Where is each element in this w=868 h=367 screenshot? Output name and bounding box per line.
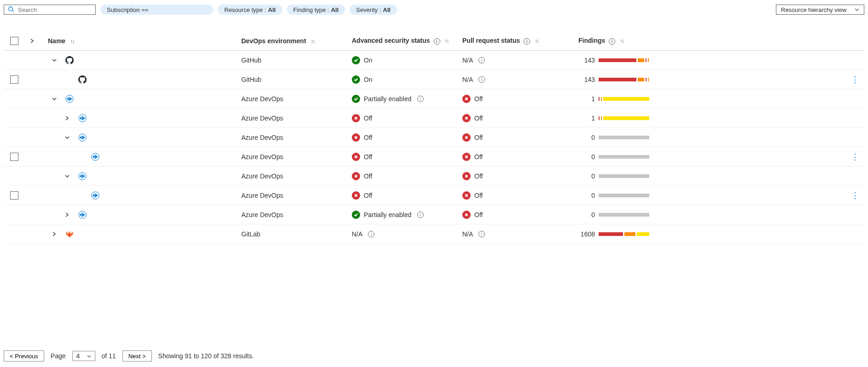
adv-sec-cell-text: Off [364, 172, 372, 180]
table-row[interactable]: Azure DevOpsOffOff0 [4, 166, 864, 186]
row-expander[interactable] [61, 212, 74, 218]
pr-status-cell: N/Ai [462, 57, 578, 64]
filter-severity[interactable]: Severity : All [350, 5, 397, 15]
filter-subscription-label: Subscription == [107, 6, 148, 13]
row-menu-icon[interactable]: ⋮ [851, 75, 864, 85]
status-off-icon [352, 114, 360, 122]
pr-status-cell-text: Off [474, 134, 483, 141]
status-off-icon [462, 211, 471, 219]
row-expander[interactable] [61, 135, 74, 140]
view-select[interactable]: Resource hierarchy view [776, 5, 864, 15]
search-input-wrapper[interactable] [4, 5, 96, 15]
filter-finding-type-label: Finding type : [293, 6, 329, 13]
col-devops-env[interactable]: DevOps environment ↑↓ [241, 37, 352, 45]
pr-status-cell-text: N/A [462, 57, 473, 64]
findings-cell: 143 [578, 76, 698, 83]
row-expander[interactable] [48, 57, 61, 63]
table-row[interactable]: GitHubOnN/Ai143 [4, 51, 864, 70]
col-pr-status[interactable]: Pull request status i ↑↓ [462, 37, 578, 44]
expand-all-toggle[interactable] [26, 38, 39, 44]
info-icon[interactable]: i [417, 96, 424, 102]
sort-icon: ↑↓ [70, 38, 74, 45]
row-expander[interactable] [48, 96, 61, 102]
row-menu-icon[interactable]: ⋮ [851, 190, 864, 201]
row-checkbox[interactable] [10, 153, 18, 161]
pr-status-cell: Off [462, 153, 578, 161]
status-on-icon [352, 211, 360, 219]
col-name[interactable]: Name ↑↓ [48, 37, 241, 45]
name-cell [48, 230, 241, 238]
status-off-icon [352, 172, 360, 180]
table-row[interactable]: Azure DevOpsPartially enablediOff1 [4, 89, 864, 109]
row-checkbox[interactable] [10, 75, 18, 84]
findings-cell: 1 [578, 115, 698, 122]
adv-sec-cell: Partially enabledi [352, 211, 462, 219]
devops-env-cell: GitHub [241, 57, 352, 64]
table-row[interactable]: Azure DevOpsOffOff0⋮ [4, 147, 864, 166]
adv-sec-cell-text: Off [364, 153, 372, 161]
adv-sec-cell-text: N/A [352, 230, 362, 238]
chevron-down-icon [855, 6, 859, 13]
status-off-icon [462, 133, 471, 142]
svg-point-0 [9, 6, 13, 11]
status-off-icon [462, 114, 471, 122]
azure-icon [78, 211, 87, 219]
col-adv-sec[interactable]: Advanced security status i ↑↓ [352, 37, 462, 44]
adv-sec-cell-text: On [364, 57, 373, 64]
findings-bar [599, 78, 649, 81]
devops-env-cell: Azure DevOps [241, 153, 352, 161]
info-icon[interactable]: i [478, 57, 485, 63]
findings-count: 1 [578, 95, 595, 103]
table-row[interactable]: Azure DevOpsOffOff0 [4, 128, 864, 147]
pr-status-cell-text: Off [474, 192, 483, 199]
info-icon[interactable]: i [434, 38, 440, 45]
table-row[interactable]: GitLabN/AiN/Ai1608 [4, 224, 864, 244]
filter-finding-type[interactable]: Finding type : All [287, 5, 345, 15]
pr-status-cell-text: Off [474, 172, 483, 180]
name-cell [48, 211, 241, 219]
table-row[interactable]: GitHubOnN/Ai143⋮ [4, 70, 864, 89]
name-cell [48, 75, 241, 84]
info-icon[interactable]: i [417, 212, 424, 218]
findings-count: 0 [578, 172, 595, 180]
info-icon[interactable]: i [609, 38, 615, 45]
table-row[interactable]: Azure DevOpsPartially enablediOff0 [4, 205, 864, 224]
row-expander[interactable] [48, 231, 61, 237]
info-icon[interactable]: i [478, 231, 485, 237]
filter-resource-type[interactable]: Resource type : All [218, 5, 282, 15]
row-expander[interactable] [61, 173, 74, 179]
row-expander[interactable] [61, 115, 74, 121]
pr-status-cell-text: Off [474, 95, 483, 103]
adv-sec-cell-text: Partially enabled [364, 211, 412, 218]
pr-status-cell-text: Off [474, 211, 483, 218]
row-menu-icon[interactable]: ⋮ [851, 152, 864, 162]
filter-severity-label: Severity : [356, 6, 381, 13]
table-row[interactable]: Azure DevOpsOffOff0⋮ [4, 186, 864, 205]
pr-status-cell-text: N/A [462, 76, 473, 83]
select-all-checkbox[interactable] [10, 37, 18, 45]
row-checkbox[interactable] [10, 191, 18, 200]
table-row[interactable]: Azure DevOpsOffOff1 [4, 109, 864, 128]
adv-sec-cell-text: Partially enabled [364, 95, 412, 103]
findings-count: 0 [578, 211, 595, 218]
info-icon[interactable]: i [368, 231, 374, 237]
filter-subscription[interactable]: Subscription == [100, 5, 213, 15]
azure-icon [91, 153, 99, 161]
findings-cell: 0 [578, 153, 698, 161]
col-devops-env-label: DevOps environment [241, 37, 306, 45]
search-input[interactable] [18, 6, 95, 13]
adv-sec-cell: Off [352, 172, 462, 180]
pr-status-cell: Off [462, 133, 578, 142]
col-adv-sec-label: Advanced security status [352, 37, 430, 44]
findings-count: 1 [578, 115, 595, 122]
info-icon[interactable]: i [524, 38, 530, 45]
findings-cell: 1608 [578, 230, 698, 238]
pr-status-cell: Off [462, 95, 578, 103]
name-cell [48, 114, 241, 122]
pr-status-cell: N/Ai [462, 76, 578, 83]
col-findings[interactable]: Findings i ↑↓ [578, 37, 698, 44]
adv-sec-cell: Off [352, 153, 462, 161]
filter-finding-type-value: All [331, 6, 339, 13]
info-icon[interactable]: i [478, 76, 485, 83]
adv-sec-cell: Partially enabledi [352, 95, 462, 103]
